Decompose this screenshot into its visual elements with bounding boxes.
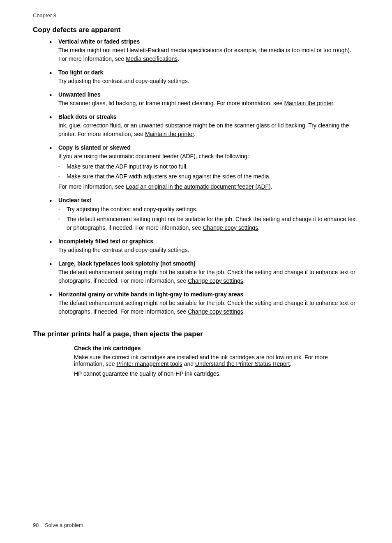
item-incompletely-filled-desc: Try adjusting the contrast and copy-qual… (58, 246, 359, 254)
section-printer-prints-half: The printer prints half a page, then eje… (33, 330, 359, 377)
copy-slanted-sub-list: ◦ Make sure that the ADF input tray is n… (58, 162, 359, 181)
list-item-unwanted-lines: • Unwanted lines The scanner glass, lid … (49, 91, 359, 109)
sub-item-unclear-1-text: Try adjusting the contrast and copy-qual… (67, 205, 198, 214)
list-item-too-light: • Too light or dark Try adjusting the co… (49, 69, 359, 87)
link-load-adf[interactable]: Load an original in the automatic docume… (126, 183, 271, 190)
subsection-ink-cartridges: Check the ink cartridges Make sure the c… (33, 345, 359, 377)
subsection-ink-cartridges-title: Check the ink cartridges (74, 345, 359, 351)
footer-label: Solve a problem (45, 522, 83, 528)
link-maintain-printer-2[interactable]: Maintain the printer (145, 131, 194, 137)
item-black-dots-content: Black dots or streaks Ink, glue, correct… (58, 113, 359, 140)
footer-page: 98 (33, 522, 39, 528)
bullet-dot-9: • (49, 291, 58, 300)
section1-heading: Copy defects are apparent (33, 26, 359, 34)
item-copy-slanted-intro: If you are using the automatic document … (58, 152, 359, 161)
item-unclear-text-content: Unclear text ◦ Try adjusting the contras… (58, 197, 359, 234)
link-change-copy-settings-1[interactable]: Change copy settings (203, 224, 258, 231)
item-horizontal-grainy-title: Horizontal grainy or white bands in ligh… (58, 291, 359, 298)
link-understand-printer-status[interactable]: Understand the Printer Status Report (195, 360, 290, 367)
bullet-dot-6: • (49, 197, 58, 206)
item-too-light-title: Too light or dark (58, 69, 359, 76)
list-item-unclear-text: • Unclear text ◦ Try adjusting the contr… (49, 197, 359, 234)
item-horizontal-grainy-desc: The default enhancement setting might no… (58, 299, 359, 316)
sub-item-unclear-2: ◦ The default enhancement setting might … (58, 215, 359, 232)
item-black-dots-title: Black dots or streaks (58, 113, 359, 120)
section2-heading: The printer prints half a page, then eje… (33, 330, 359, 338)
sub-bullet-circle-3: ◦ (58, 205, 67, 211)
item-too-light-content: Too light or dark Try adjusting the cont… (58, 69, 359, 87)
item-unwanted-lines-content: Unwanted lines The scanner glass, lid ba… (58, 91, 359, 109)
item-vertical-white-desc: The media might not meet Hewlett-Packard… (58, 46, 359, 63)
link-media-specifications[interactable]: Media specifications (126, 55, 178, 62)
sub-item-adf-2: ◦ Make sure that the ADF width adjusters… (58, 172, 359, 181)
sub-item-adf-1-text: Make sure that the ADF input tray is not… (67, 162, 188, 171)
unclear-text-sub-list: ◦ Try adjusting the contrast and copy-qu… (58, 205, 359, 232)
link-change-copy-settings-2[interactable]: Change copy settings (188, 277, 243, 284)
list-item-vertical-white: • Vertical white or faded stripes The me… (49, 38, 359, 65)
chapter-label: Chapter 8 (33, 12, 359, 18)
item-horizontal-grainy-content: Horizontal grainy or white bands in ligh… (58, 291, 359, 318)
item-copy-slanted-title: Copy is slanted or skewed (58, 144, 359, 151)
sub-bullet-circle-2: ◦ (58, 172, 67, 178)
sub-item-unclear-1: ◦ Try adjusting the contrast and copy-qu… (58, 205, 359, 214)
bullet-dot-3: • (49, 91, 58, 100)
bullet-dot-7: • (49, 238, 58, 247)
sub-item-adf-2-text: Make sure that the ADF width adjusters a… (67, 172, 271, 181)
item-incompletely-filled-content: Incompletely filled text or graphics Try… (58, 238, 359, 256)
copy-defects-list: • Vertical white or faded stripes The me… (49, 38, 359, 318)
item-unwanted-lines-desc: The scanner glass, lid backing, or frame… (58, 99, 359, 108)
link-change-copy-settings-3[interactable]: Change copy settings (188, 308, 243, 315)
bullet-dot-8: • (49, 260, 58, 269)
item-copy-slanted-content: Copy is slanted or skewed If you are usi… (58, 144, 359, 193)
bullet-dot-5: • (49, 144, 58, 153)
item-copy-slanted-after: For more information, see Load an origin… (58, 183, 359, 191)
list-item-large-black: • Large, black typefaces look splotchy (… (49, 260, 359, 287)
sub-bullet-circle-4: ◦ (58, 215, 67, 221)
sub-item-unclear-2-text: The default enhancement setting might no… (67, 215, 359, 232)
list-item-horizontal-grainy: • Horizontal grainy or white bands in li… (49, 291, 359, 318)
item-incompletely-filled-title: Incompletely filled text or graphics (58, 238, 359, 245)
item-unclear-text-title: Unclear text (58, 197, 359, 203)
item-black-dots-desc: Ink, glue, correction fluid, or an unwan… (58, 121, 359, 139)
list-item-black-dots: • Black dots or streaks Ink, glue, corre… (49, 113, 359, 140)
footer: 98 Solve a problem (33, 522, 83, 528)
bullet-dot-2: • (49, 69, 58, 78)
item-vertical-white-content: Vertical white or faded stripes The medi… (58, 38, 359, 65)
subsection-ink-cartridges-note: HP cannot guarantee the quality of non-H… (74, 370, 359, 377)
sub-bullet-circle-1: ◦ (58, 162, 67, 169)
sub-item-adf-1: ◦ Make sure that the ADF input tray is n… (58, 162, 359, 171)
list-item-copy-slanted: • Copy is slanted or skewed If you are u… (49, 144, 359, 193)
item-large-black-title: Large, black typefaces look splotchy (no… (58, 260, 359, 267)
link-printer-management-tools[interactable]: Printer management tools (117, 360, 182, 367)
item-large-black-desc: The default enhancement setting might no… (58, 268, 359, 285)
list-item-incompletely-filled: • Incompletely filled text or graphics T… (49, 238, 359, 256)
subsection-ink-cartridges-desc: Make sure the correct ink cartridges are… (74, 354, 359, 367)
bullet-dot: • (49, 38, 58, 47)
item-vertical-white-title: Vertical white or faded stripes (58, 38, 359, 45)
section-copy-defects: Copy defects are apparent • Vertical whi… (33, 26, 359, 318)
link-maintain-printer-1[interactable]: Maintain the printer (284, 100, 333, 106)
item-too-light-desc: Try adjusting the contrast and copy-qual… (58, 77, 359, 85)
bullet-dot-4: • (49, 113, 58, 122)
item-large-black-content: Large, black typefaces look splotchy (no… (58, 260, 359, 287)
item-unwanted-lines-title: Unwanted lines (58, 91, 359, 98)
